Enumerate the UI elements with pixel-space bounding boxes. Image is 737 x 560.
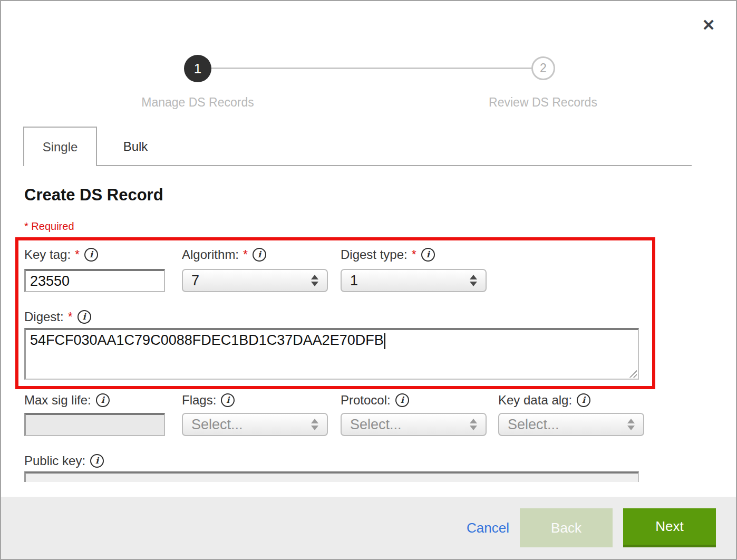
digest-label: Digest: (24, 310, 64, 324)
public-key-label-row: Public key: i (24, 453, 104, 469)
required-asterisk: * (243, 248, 248, 262)
info-icon[interactable]: i (421, 248, 435, 262)
resize-handle-icon[interactable] (628, 369, 637, 378)
key-data-alg-label: Key data alg: (498, 393, 572, 408)
digest-type-label: Digest type: (341, 247, 408, 262)
info-icon-glyph: i (83, 313, 86, 321)
select-arrows-icon (470, 419, 477, 430)
key-data-alg-label-row: Key data alg: i (498, 392, 590, 408)
create-ds-record-modal: ✕ 1 2 Manage DS Records Review DS Record… (0, 0, 737, 560)
digest-value: 54FCF030AA1C79C0088FDEC1BD1C37DAA2E70DFB (30, 332, 384, 348)
step-1-circle: 1 (184, 55, 211, 82)
close-icon[interactable]: ✕ (696, 13, 721, 38)
info-icon[interactable]: i (96, 393, 110, 407)
step-2-label: Review DS Records (438, 95, 648, 110)
public-key-textarea[interactable] (24, 471, 639, 482)
info-icon-glyph: i (258, 250, 261, 259)
digest-type-select-value: 1 (350, 273, 358, 289)
digest-textarea[interactable]: 54FCF030AA1C79C0088FDEC1BD1C37DAA2E70DFB (24, 328, 639, 380)
page-title: Create DS Record (24, 186, 163, 205)
protocol-select[interactable]: Select... (341, 413, 487, 436)
cancel-button[interactable]: Cancel (467, 520, 509, 536)
required-asterisk: * (68, 310, 73, 324)
info-icon-glyph: i (226, 396, 229, 404)
tab-bulk[interactable]: Bulk (97, 127, 174, 166)
step-1-label: Manage DS Records (92, 95, 303, 110)
key-tag-input[interactable] (24, 269, 165, 292)
text-caret (384, 333, 385, 349)
select-arrows-icon (311, 275, 318, 286)
algorithm-select[interactable]: 7 (182, 269, 328, 292)
info-icon-glyph: i (90, 250, 93, 259)
flags-select[interactable]: Select... (182, 413, 328, 436)
info-icon-glyph: i (582, 396, 585, 404)
flags-label-row: Flags: i (182, 392, 235, 408)
select-arrows-icon (470, 275, 477, 286)
max-sig-life-label: Max sig life: (24, 393, 91, 408)
info-icon[interactable]: i (577, 393, 590, 407)
required-asterisk: * (412, 248, 416, 262)
back-button: Back (520, 508, 613, 547)
algorithm-label: Algorithm: (182, 247, 239, 262)
public-key-label: Public key: (24, 453, 85, 468)
key-tag-label: Key tag: (24, 247, 71, 262)
stepper-connector-line (211, 67, 532, 69)
modal-footer: Cancel Back Next (1, 497, 736, 559)
digest-type-label-row: Digest type: * i (341, 247, 435, 263)
info-icon-glyph: i (101, 396, 104, 404)
info-icon[interactable]: i (84, 248, 98, 262)
protocol-label-row: Protocol: i (341, 392, 409, 408)
info-icon-glyph: i (95, 457, 99, 465)
max-sig-life-label-row: Max sig life: i (24, 392, 110, 408)
step-2-number: 2 (540, 61, 547, 75)
required-note: * Required (24, 220, 74, 233)
key-tag-label-row: Key tag: * i (24, 247, 98, 263)
max-sig-life-input (24, 413, 165, 436)
step-2-circle: 2 (531, 56, 555, 80)
key-data-alg-select-value: Select... (508, 417, 559, 433)
tab-single[interactable]: Single (23, 127, 97, 166)
tab-single-label: Single (43, 140, 78, 155)
info-icon-glyph: i (401, 396, 404, 404)
protocol-label: Protocol: (341, 393, 391, 408)
key-data-alg-select[interactable]: Select... (498, 413, 644, 436)
select-arrows-icon (627, 419, 635, 430)
info-icon[interactable]: i (253, 248, 266, 262)
info-icon[interactable]: i (395, 393, 409, 407)
tab-bulk-label: Bulk (123, 139, 148, 154)
info-icon[interactable]: i (90, 454, 104, 468)
algorithm-select-value: 7 (191, 273, 199, 289)
algorithm-label-row: Algorithm: * i (182, 247, 266, 263)
digest-label-row: Digest: * i (24, 309, 91, 325)
protocol-select-value: Select... (350, 417, 402, 433)
info-icon-glyph: i (426, 250, 430, 259)
step-1-number: 1 (194, 61, 201, 77)
info-icon[interactable]: i (221, 393, 235, 407)
flags-label: Flags: (182, 393, 216, 408)
required-asterisk: * (75, 248, 80, 262)
next-button[interactable]: Next (623, 508, 716, 547)
flags-select-value: Select... (191, 417, 243, 433)
select-arrows-icon (311, 419, 318, 430)
info-icon[interactable]: i (77, 310, 91, 324)
digest-type-select[interactable]: 1 (341, 269, 487, 292)
